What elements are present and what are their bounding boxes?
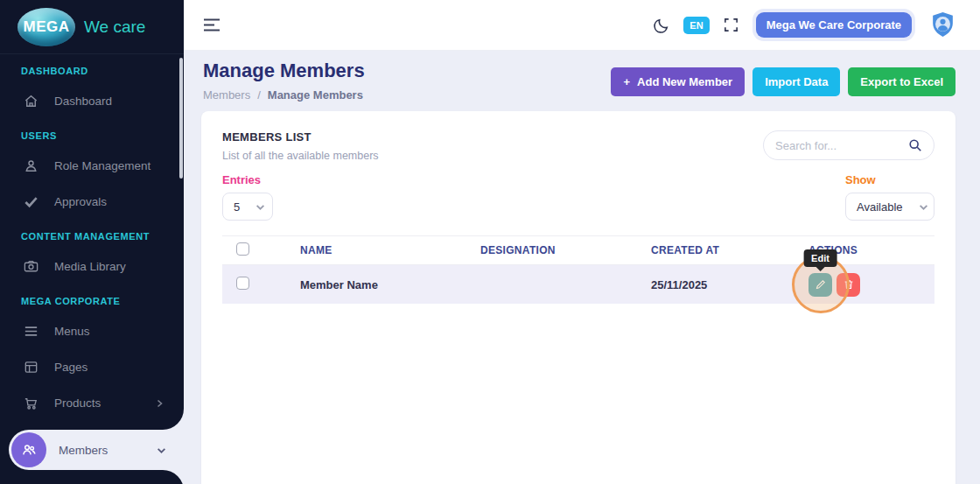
- import-data-button[interactable]: Import Data: [752, 67, 840, 96]
- dark-mode-toggle[interactable]: [653, 17, 670, 34]
- search-box: [763, 130, 934, 160]
- members-table: NAME DESIGNATION CREATED AT ACTIONS Memb…: [222, 235, 934, 304]
- page-title: Manage Members: [203, 60, 365, 82]
- sidebar-item-role-management[interactable]: Role Management: [0, 148, 184, 184]
- pencil-icon: [815, 278, 827, 291]
- row-actions: Edit: [808, 273, 934, 297]
- people-icon: [20, 441, 38, 459]
- plus-icon: +: [623, 75, 630, 88]
- user-menu-button[interactable]: [928, 11, 957, 39]
- moon-icon: [653, 17, 670, 34]
- header-checkbox-cell: [222, 242, 288, 258]
- edit-tooltip: Edit: [803, 249, 837, 267]
- sidebar-item-label: Menus: [54, 325, 90, 338]
- card-subtitle: List of all the available members: [222, 150, 379, 162]
- add-new-member-button[interactable]: + Add New Member: [611, 67, 745, 96]
- sidebar-item-label: Members: [59, 444, 157, 457]
- camera-icon: [23, 258, 39, 275]
- entries-label: Entries: [222, 173, 273, 186]
- user-icon: [23, 158, 39, 174]
- card-title-block: MEMBERS LIST List of all the available m…: [222, 130, 379, 162]
- logo-text: MEGA: [24, 18, 70, 36]
- created-at-cell: 25/11/2025: [639, 278, 796, 291]
- title-block: Manage Members Members / Manage Members: [203, 60, 365, 102]
- sidebar-item-pages[interactable]: Pages: [0, 349, 184, 385]
- fullscreen-icon: [723, 17, 739, 33]
- sidebar-item-approvals[interactable]: Approvals: [0, 184, 184, 220]
- breadcrumb-parent[interactable]: Members: [203, 88, 250, 102]
- workspace-name: Mega We Care Corporate: [756, 12, 912, 38]
- mega-logo-ellipse: MEGA: [18, 8, 75, 46]
- sidebar-item-label: Media Library: [54, 260, 126, 273]
- chevron-down-icon: [157, 445, 166, 455]
- sidebar-scrollbar[interactable]: [179, 58, 183, 179]
- sidebar-toggle-button[interactable]: [203, 18, 220, 32]
- card-title: MEMBERS LIST: [222, 130, 379, 144]
- menu-lines-icon: [23, 323, 39, 340]
- page-content: Manage Members Members / Manage Members …: [184, 50, 980, 484]
- sidebar-item-members[interactable]: Members: [9, 430, 184, 470]
- delete-button[interactable]: [836, 273, 860, 297]
- header-created-at[interactable]: CREATED AT: [639, 244, 796, 256]
- breadcrumb-current: Manage Members: [268, 88, 363, 102]
- layout-icon: [23, 359, 39, 375]
- fullscreen-button[interactable]: [723, 17, 739, 33]
- search-icon[interactable]: [908, 138, 922, 152]
- topbar-controls: EN Mega We Care Corporate: [653, 9, 957, 41]
- workspace-selector[interactable]: Mega We Care Corporate: [752, 9, 915, 41]
- sidebar-item-label: Approvals: [54, 195, 107, 208]
- section-mega-corporate: MEGA CORPORATE: [0, 284, 184, 313]
- search-input[interactable]: [775, 139, 908, 152]
- main-area: EN Mega We Care Corporate: [184, 0, 980, 484]
- table-filters: Entries 5 Show Available: [222, 173, 934, 221]
- app-window: MEGA We care DASHBOARD Dashboard USERS R…: [0, 0, 980, 484]
- check-icon: [23, 193, 39, 210]
- sidebar-item-products[interactable]: Products: [0, 385, 184, 421]
- show-label: Show: [845, 173, 934, 186]
- chevron-down-icon: [912, 202, 935, 212]
- trash-icon: [843, 278, 855, 291]
- header-name[interactable]: NAME: [288, 244, 468, 256]
- avatar-shield-icon: [928, 11, 957, 39]
- breadcrumb-separator: /: [257, 88, 261, 102]
- sidebar-item-media-library[interactable]: Media Library: [0, 249, 184, 284]
- table-row: Member Name 25/11/2025 Edit: [222, 265, 934, 304]
- show-select[interactable]: Available: [845, 193, 934, 221]
- edit-button[interactable]: Edit: [808, 273, 832, 297]
- members-list-card: MEMBERS LIST List of all the available m…: [201, 111, 956, 484]
- section-users: USERS: [0, 119, 184, 148]
- sidebar-item-label: Dashboard: [54, 95, 112, 108]
- add-button-label: Add New Member: [637, 75, 732, 88]
- language-switcher[interactable]: EN: [683, 17, 709, 34]
- show-filter: Show Available: [845, 173, 934, 221]
- logo-suffix: We care: [84, 18, 145, 37]
- header-designation[interactable]: DESIGNATION: [468, 244, 639, 256]
- show-value: Available: [846, 200, 912, 214]
- entries-filter: Entries 5: [222, 173, 273, 221]
- export-to-excel-button[interactable]: Export to Excel: [848, 67, 956, 96]
- sidebar-item-menus[interactable]: Menus: [0, 313, 184, 349]
- home-icon: [23, 93, 39, 109]
- active-scoop-bottom: [163, 470, 184, 484]
- sidebar-item-label: Products: [54, 396, 136, 410]
- chevron-down-icon: [248, 202, 272, 212]
- member-name-cell: Member Name: [288, 278, 468, 291]
- section-content-management: CONTENT MANAGEMENT: [0, 220, 184, 249]
- members-icon-badge: [11, 432, 46, 467]
- active-scoop-top: [163, 409, 184, 430]
- sidebar-item-label: Pages: [54, 361, 88, 374]
- sidebar-item-label: Role Management: [54, 159, 150, 172]
- select-all-checkbox[interactable]: [236, 242, 249, 256]
- section-dashboard: DASHBOARD: [0, 54, 184, 83]
- entries-select[interactable]: 5: [222, 193, 273, 221]
- brand-logo[interactable]: MEGA We care: [0, 0, 184, 54]
- entries-value: 5: [223, 200, 248, 214]
- topbar: EN Mega We Care Corporate: [184, 0, 980, 50]
- row-checkbox-cell: [222, 277, 288, 292]
- cart-icon: [23, 395, 39, 411]
- sidebar-item-dashboard[interactable]: Dashboard: [0, 83, 184, 119]
- chevron-right-icon: [151, 399, 168, 408]
- page-header: Manage Members Members / Manage Members …: [184, 50, 980, 102]
- row-checkbox[interactable]: [236, 277, 249, 290]
- sidebar: MEGA We care DASHBOARD Dashboard USERS R…: [0, 0, 184, 484]
